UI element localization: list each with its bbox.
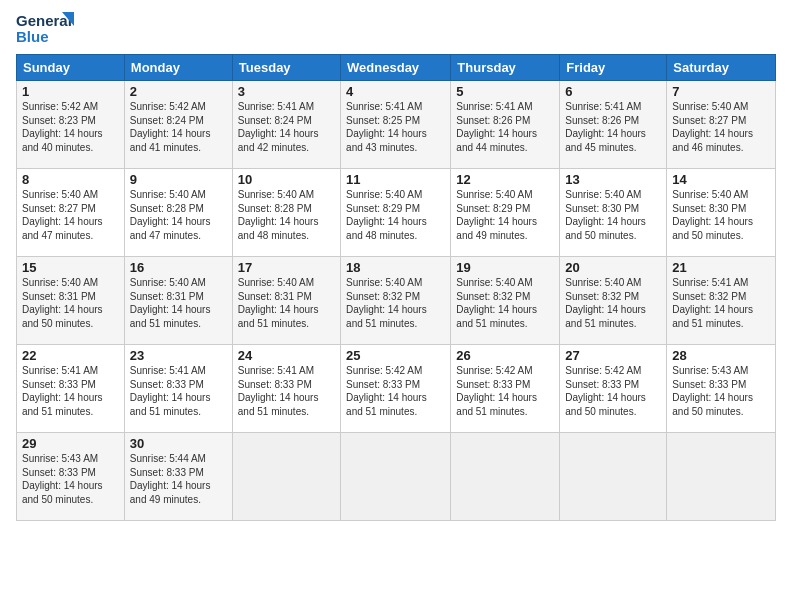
- day-number: 12: [456, 172, 554, 187]
- calendar-cell: 30Sunrise: 5:44 AM Sunset: 8:33 PM Dayli…: [124, 433, 232, 521]
- calendar-cell: 17Sunrise: 5:40 AM Sunset: 8:31 PM Dayli…: [232, 257, 340, 345]
- cell-info: Sunrise: 5:40 AM Sunset: 8:29 PM Dayligh…: [456, 188, 554, 242]
- calendar-week-row: 1Sunrise: 5:42 AM Sunset: 8:23 PM Daylig…: [17, 81, 776, 169]
- cell-info: Sunrise: 5:40 AM Sunset: 8:31 PM Dayligh…: [22, 276, 119, 330]
- calendar-week-row: 22Sunrise: 5:41 AM Sunset: 8:33 PM Dayli…: [17, 345, 776, 433]
- day-number: 1: [22, 84, 119, 99]
- cell-info: Sunrise: 5:41 AM Sunset: 8:32 PM Dayligh…: [672, 276, 770, 330]
- calendar-cell: 23Sunrise: 5:41 AM Sunset: 8:33 PM Dayli…: [124, 345, 232, 433]
- cell-info: Sunrise: 5:42 AM Sunset: 8:33 PM Dayligh…: [456, 364, 554, 418]
- cell-info: Sunrise: 5:42 AM Sunset: 8:23 PM Dayligh…: [22, 100, 119, 154]
- calendar-cell: 16Sunrise: 5:40 AM Sunset: 8:31 PM Dayli…: [124, 257, 232, 345]
- calendar-cell: 14Sunrise: 5:40 AM Sunset: 8:30 PM Dayli…: [667, 169, 776, 257]
- header: GeneralBlue: [16, 10, 776, 48]
- day-number: 10: [238, 172, 335, 187]
- day-number: 19: [456, 260, 554, 275]
- calendar-cell: 4Sunrise: 5:41 AM Sunset: 8:25 PM Daylig…: [341, 81, 451, 169]
- cell-info: Sunrise: 5:40 AM Sunset: 8:32 PM Dayligh…: [456, 276, 554, 330]
- calendar-cell: 29Sunrise: 5:43 AM Sunset: 8:33 PM Dayli…: [17, 433, 125, 521]
- day-number: 26: [456, 348, 554, 363]
- day-number: 21: [672, 260, 770, 275]
- calendar-day-header: Wednesday: [341, 55, 451, 81]
- day-number: 6: [565, 84, 661, 99]
- calendar-week-row: 15Sunrise: 5:40 AM Sunset: 8:31 PM Dayli…: [17, 257, 776, 345]
- cell-info: Sunrise: 5:42 AM Sunset: 8:33 PM Dayligh…: [346, 364, 445, 418]
- cell-info: Sunrise: 5:40 AM Sunset: 8:27 PM Dayligh…: [672, 100, 770, 154]
- day-number: 25: [346, 348, 445, 363]
- day-number: 13: [565, 172, 661, 187]
- day-number: 2: [130, 84, 227, 99]
- day-number: 17: [238, 260, 335, 275]
- svg-text:General: General: [16, 12, 72, 29]
- calendar-cell: 21Sunrise: 5:41 AM Sunset: 8:32 PM Dayli…: [667, 257, 776, 345]
- cell-info: Sunrise: 5:40 AM Sunset: 8:28 PM Dayligh…: [130, 188, 227, 242]
- day-number: 24: [238, 348, 335, 363]
- day-number: 28: [672, 348, 770, 363]
- logo-svg: GeneralBlue: [16, 10, 76, 48]
- day-number: 5: [456, 84, 554, 99]
- calendar-cell: 8Sunrise: 5:40 AM Sunset: 8:27 PM Daylig…: [17, 169, 125, 257]
- day-number: 3: [238, 84, 335, 99]
- calendar-cell: 13Sunrise: 5:40 AM Sunset: 8:30 PM Dayli…: [560, 169, 667, 257]
- day-number: 15: [22, 260, 119, 275]
- cell-info: Sunrise: 5:41 AM Sunset: 8:26 PM Dayligh…: [456, 100, 554, 154]
- day-number: 29: [22, 436, 119, 451]
- day-number: 22: [22, 348, 119, 363]
- calendar-week-row: 29Sunrise: 5:43 AM Sunset: 8:33 PM Dayli…: [17, 433, 776, 521]
- day-number: 7: [672, 84, 770, 99]
- calendar-header-row: SundayMondayTuesdayWednesdayThursdayFrid…: [17, 55, 776, 81]
- calendar-cell: 28Sunrise: 5:43 AM Sunset: 8:33 PM Dayli…: [667, 345, 776, 433]
- svg-text:Blue: Blue: [16, 28, 49, 45]
- cell-info: Sunrise: 5:42 AM Sunset: 8:24 PM Dayligh…: [130, 100, 227, 154]
- cell-info: Sunrise: 5:40 AM Sunset: 8:30 PM Dayligh…: [565, 188, 661, 242]
- calendar-week-row: 8Sunrise: 5:40 AM Sunset: 8:27 PM Daylig…: [17, 169, 776, 257]
- calendar-cell: 15Sunrise: 5:40 AM Sunset: 8:31 PM Dayli…: [17, 257, 125, 345]
- cell-info: Sunrise: 5:40 AM Sunset: 8:32 PM Dayligh…: [565, 276, 661, 330]
- calendar-cell: 11Sunrise: 5:40 AM Sunset: 8:29 PM Dayli…: [341, 169, 451, 257]
- calendar-cell: [667, 433, 776, 521]
- calendar-cell: 26Sunrise: 5:42 AM Sunset: 8:33 PM Dayli…: [451, 345, 560, 433]
- cell-info: Sunrise: 5:43 AM Sunset: 8:33 PM Dayligh…: [672, 364, 770, 418]
- calendar-cell: 27Sunrise: 5:42 AM Sunset: 8:33 PM Dayli…: [560, 345, 667, 433]
- cell-info: Sunrise: 5:40 AM Sunset: 8:31 PM Dayligh…: [130, 276, 227, 330]
- logo: GeneralBlue: [16, 10, 76, 48]
- cell-info: Sunrise: 5:40 AM Sunset: 8:27 PM Dayligh…: [22, 188, 119, 242]
- calendar-cell: 22Sunrise: 5:41 AM Sunset: 8:33 PM Dayli…: [17, 345, 125, 433]
- calendar-day-header: Sunday: [17, 55, 125, 81]
- calendar-cell: 7Sunrise: 5:40 AM Sunset: 8:27 PM Daylig…: [667, 81, 776, 169]
- calendar-cell: 5Sunrise: 5:41 AM Sunset: 8:26 PM Daylig…: [451, 81, 560, 169]
- calendar-cell: [560, 433, 667, 521]
- cell-info: Sunrise: 5:41 AM Sunset: 8:33 PM Dayligh…: [130, 364, 227, 418]
- day-number: 16: [130, 260, 227, 275]
- cell-info: Sunrise: 5:43 AM Sunset: 8:33 PM Dayligh…: [22, 452, 119, 506]
- calendar-day-header: Tuesday: [232, 55, 340, 81]
- cell-info: Sunrise: 5:40 AM Sunset: 8:32 PM Dayligh…: [346, 276, 445, 330]
- day-number: 9: [130, 172, 227, 187]
- cell-info: Sunrise: 5:41 AM Sunset: 8:26 PM Dayligh…: [565, 100, 661, 154]
- cell-info: Sunrise: 5:41 AM Sunset: 8:33 PM Dayligh…: [238, 364, 335, 418]
- calendar-day-header: Monday: [124, 55, 232, 81]
- cell-info: Sunrise: 5:40 AM Sunset: 8:30 PM Dayligh…: [672, 188, 770, 242]
- calendar-cell: 2Sunrise: 5:42 AM Sunset: 8:24 PM Daylig…: [124, 81, 232, 169]
- calendar-cell: 25Sunrise: 5:42 AM Sunset: 8:33 PM Dayli…: [341, 345, 451, 433]
- day-number: 4: [346, 84, 445, 99]
- calendar-cell: 12Sunrise: 5:40 AM Sunset: 8:29 PM Dayli…: [451, 169, 560, 257]
- calendar-day-header: Saturday: [667, 55, 776, 81]
- calendar-cell: [451, 433, 560, 521]
- day-number: 8: [22, 172, 119, 187]
- calendar-cell: 1Sunrise: 5:42 AM Sunset: 8:23 PM Daylig…: [17, 81, 125, 169]
- day-number: 30: [130, 436, 227, 451]
- cell-info: Sunrise: 5:44 AM Sunset: 8:33 PM Dayligh…: [130, 452, 227, 506]
- cell-info: Sunrise: 5:40 AM Sunset: 8:31 PM Dayligh…: [238, 276, 335, 330]
- calendar-cell: 6Sunrise: 5:41 AM Sunset: 8:26 PM Daylig…: [560, 81, 667, 169]
- calendar-cell: 18Sunrise: 5:40 AM Sunset: 8:32 PM Dayli…: [341, 257, 451, 345]
- cell-info: Sunrise: 5:40 AM Sunset: 8:29 PM Dayligh…: [346, 188, 445, 242]
- calendar-table: SundayMondayTuesdayWednesdayThursdayFrid…: [16, 54, 776, 521]
- day-number: 11: [346, 172, 445, 187]
- calendar-cell: [341, 433, 451, 521]
- calendar-day-header: Friday: [560, 55, 667, 81]
- day-number: 18: [346, 260, 445, 275]
- day-number: 14: [672, 172, 770, 187]
- cell-info: Sunrise: 5:41 AM Sunset: 8:24 PM Dayligh…: [238, 100, 335, 154]
- day-number: 23: [130, 348, 227, 363]
